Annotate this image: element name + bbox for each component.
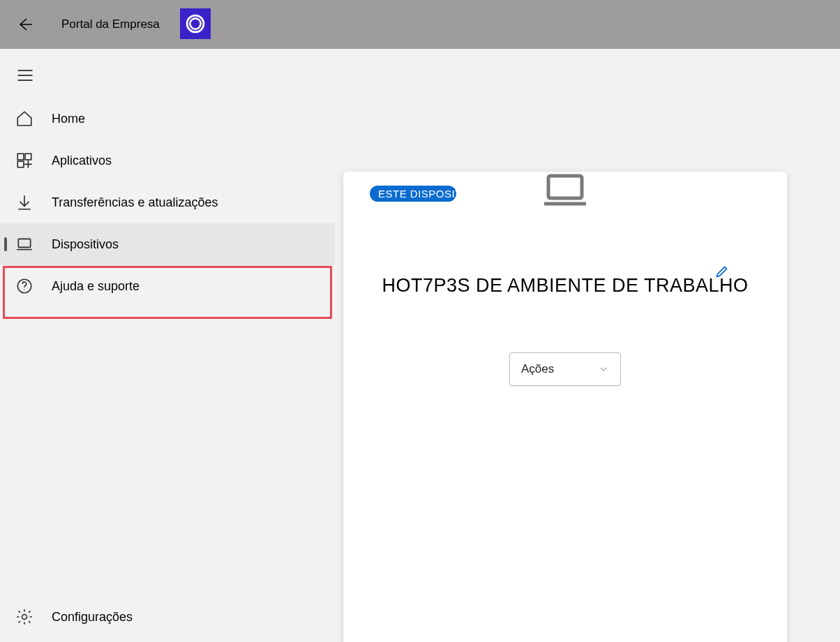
sidebar-item-settings[interactable]: Configurações bbox=[0, 596, 335, 638]
sidebar-item-label: Aplicativos bbox=[52, 154, 112, 168]
apps-icon bbox=[15, 151, 33, 170]
this-device-badge: ESTE DISPOSITIVO bbox=[370, 186, 456, 202]
device-card: ESTE DISPOSITIVO HOT7P3S DE AMBIENTE DE … bbox=[343, 172, 787, 642]
help-icon bbox=[15, 277, 33, 295]
sidebar-item-home[interactable]: Home bbox=[0, 98, 335, 140]
svg-rect-7 bbox=[17, 161, 24, 167]
sidebar-item-downloads[interactable]: Transferências e atualizações bbox=[0, 181, 335, 223]
app-title: Portal da Empresa bbox=[61, 17, 160, 31]
actions-dropdown[interactable]: Ações bbox=[509, 352, 621, 386]
download-icon bbox=[15, 193, 33, 211]
sidebar-item-devices[interactable]: Dispositivos bbox=[0, 223, 335, 265]
svg-point-12 bbox=[22, 615, 27, 620]
edit-icon[interactable] bbox=[714, 264, 730, 279]
sidebar-item-label: Home bbox=[52, 112, 85, 126]
sidebar-item-label: Transferências e atualizações bbox=[52, 195, 218, 210]
chevron-down-icon bbox=[598, 364, 609, 375]
svg-point-11 bbox=[24, 290, 24, 290]
sidebar-item-label: Dispositivos bbox=[52, 237, 119, 252]
device-laptop-icon bbox=[543, 172, 587, 208]
sidebar-item-help[interactable]: Ajuda e suporte bbox=[0, 265, 335, 307]
sidebar-item-apps[interactable]: Aplicativos bbox=[0, 140, 335, 181]
back-icon[interactable] bbox=[17, 16, 33, 33]
sidebar-item-label: Ajuda e suporte bbox=[52, 279, 140, 294]
sidebar-item-label: Configurações bbox=[52, 610, 133, 625]
sidebar: Home Aplicativos Transferências e atuali… bbox=[0, 49, 335, 642]
svg-point-1 bbox=[190, 18, 200, 29]
hamburger-icon[interactable] bbox=[15, 66, 35, 85]
title-bar: Portal da Empresa bbox=[0, 0, 840, 49]
device-title: HOT7P3S DE AMBIENTE DE TRABALHO bbox=[382, 275, 748, 297]
app-logo bbox=[180, 8, 211, 39]
svg-rect-5 bbox=[17, 154, 24, 160]
svg-rect-6 bbox=[25, 154, 31, 160]
main-panel: ESTE DISPOSITIVO HOT7P3S DE AMBIENTE DE … bbox=[335, 49, 840, 642]
actions-label: Ações bbox=[521, 362, 554, 376]
svg-rect-13 bbox=[548, 176, 582, 198]
gear-icon bbox=[15, 608, 33, 626]
home-icon bbox=[15, 110, 33, 128]
svg-rect-8 bbox=[18, 239, 30, 247]
laptop-icon bbox=[15, 235, 33, 253]
